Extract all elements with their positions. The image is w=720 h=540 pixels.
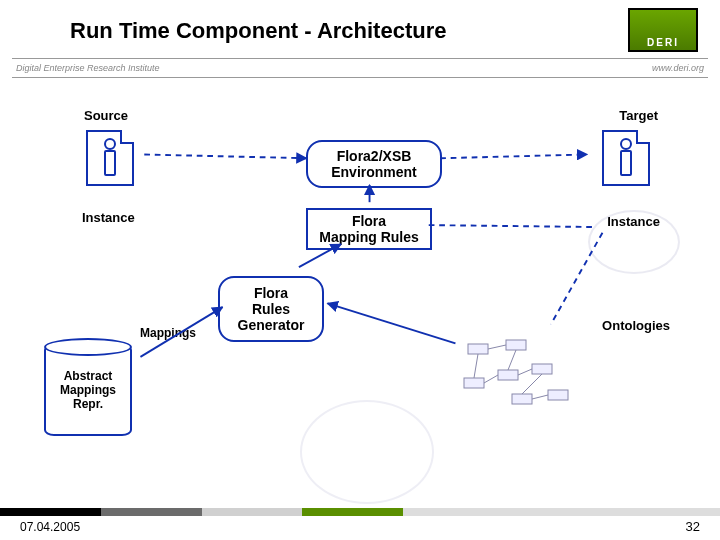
svg-line-15 bbox=[440, 154, 587, 158]
footer-page-number: 32 bbox=[686, 519, 700, 534]
svg-line-9 bbox=[508, 350, 516, 370]
flora-mapping-rules-box: Flora Mapping Rules bbox=[306, 208, 432, 250]
instances-oval bbox=[588, 210, 680, 274]
abstract-mappings-cylinder: Abstract Mappings Repr. bbox=[44, 344, 132, 436]
svg-line-7 bbox=[474, 354, 478, 378]
svg-line-20 bbox=[429, 225, 593, 227]
target-label: Target bbox=[619, 108, 658, 123]
svg-line-12 bbox=[532, 395, 548, 399]
runtime-oval bbox=[300, 400, 434, 504]
source-label: Source bbox=[84, 108, 128, 123]
institute-name: Digital Enterprise Research Institute bbox=[16, 63, 160, 73]
target-document-icon bbox=[602, 130, 650, 186]
svg-rect-2 bbox=[464, 378, 484, 388]
footer-color-bar bbox=[0, 508, 720, 516]
sub-header-bar: Digital Enterprise Research Institute ww… bbox=[12, 58, 708, 78]
svg-rect-6 bbox=[548, 390, 568, 400]
flora-environment-box: Flora2/XSB Environment bbox=[306, 140, 442, 188]
svg-rect-4 bbox=[532, 364, 552, 374]
svg-rect-5 bbox=[512, 394, 532, 404]
diagram-canvas: Source Target Flora2/XSB Environment Ins… bbox=[0, 80, 720, 500]
ontology-mini-graph-icon bbox=[460, 338, 580, 418]
instance-label-left: Instance bbox=[82, 210, 135, 225]
svg-line-14 bbox=[144, 154, 306, 158]
svg-line-8 bbox=[488, 345, 506, 349]
source-document-icon bbox=[86, 130, 134, 186]
svg-line-13 bbox=[484, 375, 498, 383]
page-title: Run Time Component - Architecture bbox=[70, 18, 446, 44]
deri-logo: DERI bbox=[628, 8, 698, 52]
footer-date: 07.04.2005 bbox=[20, 520, 80, 534]
svg-line-10 bbox=[518, 369, 532, 375]
svg-rect-3 bbox=[498, 370, 518, 380]
svg-line-19 bbox=[328, 303, 456, 343]
svg-rect-0 bbox=[468, 344, 488, 354]
svg-rect-1 bbox=[506, 340, 526, 350]
svg-line-11 bbox=[522, 374, 542, 394]
ontologies-label: Ontologies bbox=[602, 318, 670, 333]
mappings-label: Mappings bbox=[140, 326, 196, 340]
flora-rules-generator-box: Flora Rules Generator bbox=[218, 276, 324, 342]
institute-url: www.deri.org bbox=[652, 63, 704, 73]
